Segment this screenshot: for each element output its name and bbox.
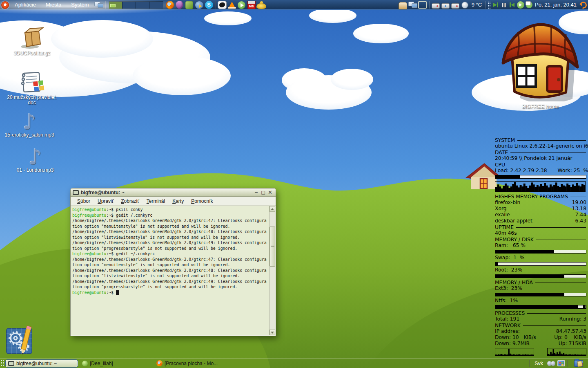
workspace-4[interactable]: [149, 2, 163, 9]
terminal-title: bigfree@ubuntu: ~: [81, 190, 253, 195]
terminal-output-line: /home/bigfree/.themes/Clearlooks-GreenMo…: [72, 268, 269, 274]
applet-drag-handle[interactable]: [488, 1, 491, 9]
mb-icon[interactable]: MB: [247, 0, 256, 10]
conky-value-row: Total: 191Running: 3: [495, 316, 586, 322]
conky-text-row: ubuntu Linux 2.6.22-14-generic on i686: [495, 143, 586, 149]
logout-icon[interactable]: [578, 0, 588, 10]
conky-section-header: HIGHES MEMORY PROGRAMS: [495, 193, 586, 200]
media-previous-icon[interactable]: [508, 0, 516, 9]
menu-places[interactable]: Miesta: [41, 0, 66, 10]
monitor-icon[interactable]: [556, 359, 566, 368]
taskbar-task-dee-lilah[interactable]: [Dee_lilah]: [80, 359, 152, 368]
terminal-window[interactable]: bigfree@ubuntu: ~ ─ □ ✕ Súbor Upraviť Zo…: [70, 188, 276, 336]
desktop-icon-document[interactable]: 20 mužských pravidiel. doc: [3, 70, 60, 105]
media-next-icon[interactable]: [492, 0, 500, 9]
conky-bar-row: [495, 249, 586, 255]
search-binoculars-icon[interactable]: [546, 359, 556, 368]
desktop-icon-bigfree-home[interactable]: BIGFREE home: [501, 20, 579, 110]
close-button[interactable]: ✕: [267, 189, 274, 195]
menu-pomocnik[interactable]: Pomocník: [187, 198, 216, 204]
taskbar-task-firefox[interactable]: [Pracovna plocha - Mo...: [154, 359, 227, 368]
screens-tray-icon[interactable]: [408, 0, 418, 10]
photo-icon[interactable]: [217, 0, 227, 10]
plug-icon[interactable]: [185, 0, 194, 10]
menu-upravit[interactable]: Upraviť: [94, 198, 117, 204]
weather-moon-icon[interactable]: [460, 0, 470, 10]
conky-value-row: Xorg13.18: [495, 206, 586, 212]
conky-text-row: Swap: 1 %: [495, 255, 586, 261]
system-monitor-icon[interactable]: [418, 0, 428, 10]
scrollbar-thumb[interactable]: [270, 227, 275, 267]
terminal-command-line: bigfree@ubuntu:~$ gedit /.conkyrc: [72, 213, 269, 218]
skype-icon[interactable]: S: [204, 0, 214, 10]
desktop-icon-blueprint[interactable]: [5, 325, 38, 359]
firefox-icon[interactable]: [165, 0, 175, 10]
show-desktop-icon[interactable]: [569, 359, 588, 368]
screens-icon[interactable]: [94, 0, 104, 10]
terminal-output-line: /home/bigfree/.themes/Clearlooks-GreenMo…: [72, 240, 269, 246]
menu-terminal[interactable]: Terminál: [143, 198, 169, 204]
conky-bar-row: [495, 292, 586, 298]
desktop-icon-archive[interactable]: 3DUCPool.tar.gz: [3, 26, 60, 56]
desktop: BIGFREE home 3DUCPool.tar.gz 20 mužských…: [0, 0, 588, 368]
scroll-up-arrow-icon[interactable]: [270, 206, 275, 212]
workspace-2[interactable]: [122, 2, 136, 9]
conky-text-row: Ram: 65 %: [495, 242, 586, 249]
minimize-button[interactable]: ─: [253, 189, 260, 195]
drive-icon-2[interactable]: [441, 0, 450, 10]
scroll-down-arrow-icon[interactable]: [270, 330, 275, 335]
terminal-output-line: /home/bigfree/.themes/Clearlooks-GreenMo…: [72, 218, 269, 224]
terminal-scrollbar[interactable]: [269, 206, 275, 335]
workspace-1[interactable]: [109, 2, 122, 9]
terminal-command-line: bigfree@ubuntu:~$: [72, 290, 269, 296]
conky-section-header: SYSTEM: [495, 137, 586, 143]
ubuntu-logo-icon[interactable]: [0, 0, 10, 10]
media-popup-icon[interactable]: [525, 0, 533, 9]
conky-network-graphs: [495, 347, 586, 357]
drive-icon-3[interactable]: [450, 0, 460, 10]
terminal-titlebar[interactable]: bigfree@ubuntu: ~ ─ □ ✕: [71, 188, 276, 197]
panel-separator: [215, 1, 216, 9]
panel-drag-handle[interactable]: [1, 360, 4, 367]
media-pause-icon[interactable]: [500, 0, 508, 9]
conky-system-monitor: SYSTEMubuntu Linux 2.6.22-14-generic on …: [495, 137, 586, 357]
menu-zobrazit[interactable]: Zobraziť: [117, 198, 143, 204]
conky-value-row: deskbar-applet6.43: [495, 218, 586, 224]
bird-icon[interactable]: [194, 0, 204, 10]
taskbar-task-terminal[interactable]: bigfree@ubuntu: ~: [5, 359, 78, 368]
conky-section-header: NETWORK: [495, 322, 586, 328]
conky-text-row: Ext3: 23%: [495, 285, 586, 292]
toaster-tray-icon[interactable]: [398, 0, 408, 10]
panel-separator: [429, 1, 430, 9]
vlc-icon[interactable]: [227, 0, 237, 10]
terminal-icon: [8, 361, 14, 366]
workspace-switcher[interactable]: [109, 1, 163, 9]
conky-up-graph: [547, 348, 586, 357]
drive-icon-1[interactable]: [431, 0, 441, 10]
terminal-output-line: /home/bigfree/.themes/Clearlooks-GreenMo…: [72, 279, 269, 285]
pidgin-icon[interactable]: [175, 0, 185, 10]
weather-temperature[interactable]: 9 °C: [470, 0, 483, 10]
genie-lamp-icon[interactable]: [256, 0, 266, 10]
home-house-icon: [501, 20, 579, 101]
menu-karty[interactable]: Karty: [169, 198, 187, 204]
firefox-icon: [156, 360, 163, 366]
clock[interactable]: Po, 21. jan, 20:41: [533, 0, 578, 10]
menu-system[interactable]: Systém: [66, 0, 94, 10]
conky-section-header: DATE: [495, 149, 586, 155]
workspace-3[interactable]: [136, 2, 149, 9]
desktop-icon-label: 15-eroticky_salon.mp3: [1, 132, 58, 138]
terminal-command-line: bigfree@ubuntu:~$ gedit ~/.conkyrc: [72, 251, 269, 257]
terminal-screen[interactable]: bigfree@ubuntu:~$ pkill conkybigfree@ubu…: [71, 206, 269, 335]
menu-subor[interactable]: Súbor: [74, 198, 94, 204]
menu-applications[interactable]: Aplikácie: [10, 0, 41, 10]
media-play-icon[interactable]: [516, 0, 525, 9]
maximize-button[interactable]: □: [260, 189, 267, 195]
conky-section-header: CPU: [495, 162, 586, 168]
conky-text-row: Ntfs: 1%: [495, 298, 586, 304]
green-play-icon[interactable]: [237, 0, 247, 10]
keyboard-layout-indicator[interactable]: Svk: [531, 361, 546, 366]
desktop-icon-mp3-1[interactable]: ♪ 15-eroticky_salon.mp3: [1, 111, 58, 138]
conky-section-header: UPTIME: [495, 224, 586, 230]
desktop-icon-mp3-2[interactable]: ♪ 01 - London.mp3: [7, 146, 64, 173]
